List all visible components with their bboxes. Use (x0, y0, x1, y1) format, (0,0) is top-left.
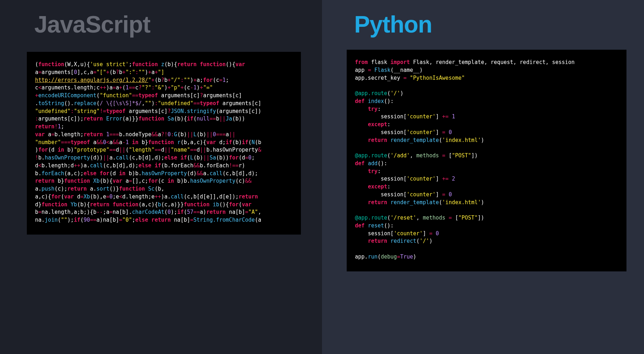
javascript-heading: JavaScript (34, 11, 322, 38)
python-heading: Python (354, 11, 644, 38)
python-code-block: from flask import Flask, render_template… (347, 50, 626, 271)
javascript-panel: JavaScript (function(W,X,u){'use strict'… (0, 0, 322, 354)
comparison-slide: JavaScript (function(W,X,u){'use strict'… (0, 0, 644, 354)
python-panel: Python from flask import Flask, render_t… (322, 0, 644, 354)
javascript-code-block: (function(W,X,u){'use strict';function z… (27, 52, 301, 234)
